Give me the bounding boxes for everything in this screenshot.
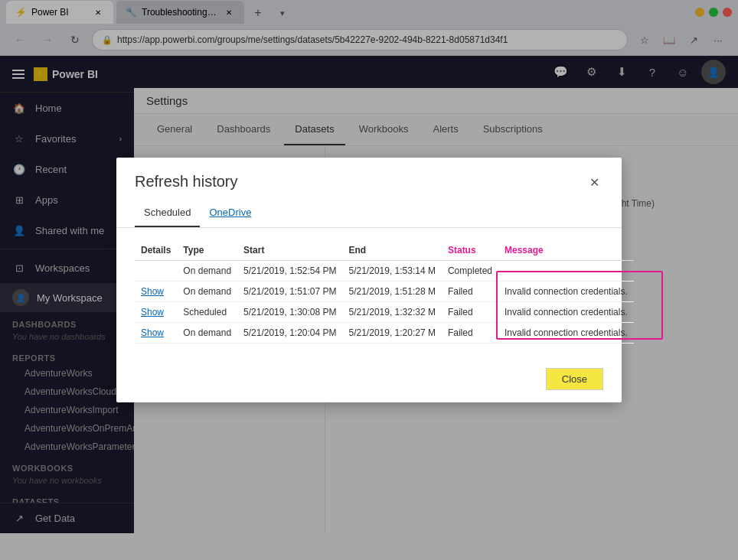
col-end: End (343, 240, 442, 261)
modal-close-button[interactable]: ✕ (585, 173, 603, 191)
col-start: Start (237, 240, 342, 261)
col-details: Details (135, 240, 177, 261)
row0-message (498, 261, 634, 282)
row1-type: On demand (177, 282, 237, 302)
col-status: Status (442, 240, 498, 261)
row0-end: 5/21/2019, 1:53:14 M (343, 261, 442, 282)
row2-start: 5/21/2019, 1:30:08 PM (237, 302, 342, 323)
row1-start: 5/21/2019, 1:51:07 PM (237, 282, 342, 302)
row3-end: 5/21/2019, 1:20:27 M (343, 323, 442, 343)
close-modal-button[interactable]: Close (546, 368, 603, 390)
table-row-2: Show Scheduled 5/21/2019, 1:30:08 PM 5/2… (135, 302, 634, 323)
modal-tab-onedrive[interactable]: OneDrive (200, 200, 260, 227)
modal-tabs: Scheduled OneDrive (116, 200, 622, 228)
row0-type: On demand (177, 261, 237, 282)
row3-type: On demand (177, 323, 237, 343)
modal-overlay: Refresh history ✕ Scheduled OneDrive Det… (0, 0, 738, 533)
col-message: Message (498, 240, 634, 261)
row2-end: 5/21/2019, 1:32:32 M (343, 302, 442, 323)
modal-header: Refresh history ✕ (116, 158, 622, 200)
row3-details[interactable]: Show (135, 323, 177, 343)
col-type: Type (177, 240, 237, 261)
row2-details[interactable]: Show (135, 302, 177, 323)
history-table: Details Type Start End Status Message (135, 240, 634, 343)
row3-message: Invalid connection credentials. (498, 323, 634, 343)
row1-status: Failed (442, 282, 498, 302)
refresh-history-modal: Refresh history ✕ Scheduled OneDrive Det… (116, 158, 622, 402)
app-layout: ⚡ Power BI 🏠 Home ☆ Favorites › 🕐 Recent… (0, 56, 738, 533)
modal-footer: Close (116, 356, 622, 402)
table-row-3: Show On demand 5/21/2019, 1:20:04 PM 5/2… (135, 323, 634, 343)
row1-message: Invalid connection credentials. (498, 282, 634, 302)
row3-start: 5/21/2019, 1:20:04 PM (237, 323, 342, 343)
modal-body: Details Type Start End Status Message (116, 228, 622, 356)
row2-type: Scheduled (177, 302, 237, 323)
modal-tab-scheduled[interactable]: Scheduled (135, 200, 200, 227)
main-area: 💬 ⚙ ⬇ ? ☺ 👤 Settings General Dashboards … (134, 56, 738, 533)
row0-status: Completed (442, 261, 498, 282)
row1-end: 5/21/2019, 1:51:28 M (343, 282, 442, 302)
modal-title: Refresh history (135, 173, 238, 190)
row2-message: Invalid connection credentials. (498, 302, 634, 323)
table-row-0: On demand 5/21/2019, 1:52:54 PM 5/21/201… (135, 261, 634, 282)
row3-status: Failed (442, 323, 498, 343)
row0-start: 5/21/2019, 1:52:54 PM (237, 261, 342, 282)
row0-details (135, 261, 177, 282)
table-row-1: Show On demand 5/21/2019, 1:51:07 PM 5/2… (135, 282, 634, 302)
row1-details[interactable]: Show (135, 282, 177, 302)
row2-status: Failed (442, 302, 498, 323)
